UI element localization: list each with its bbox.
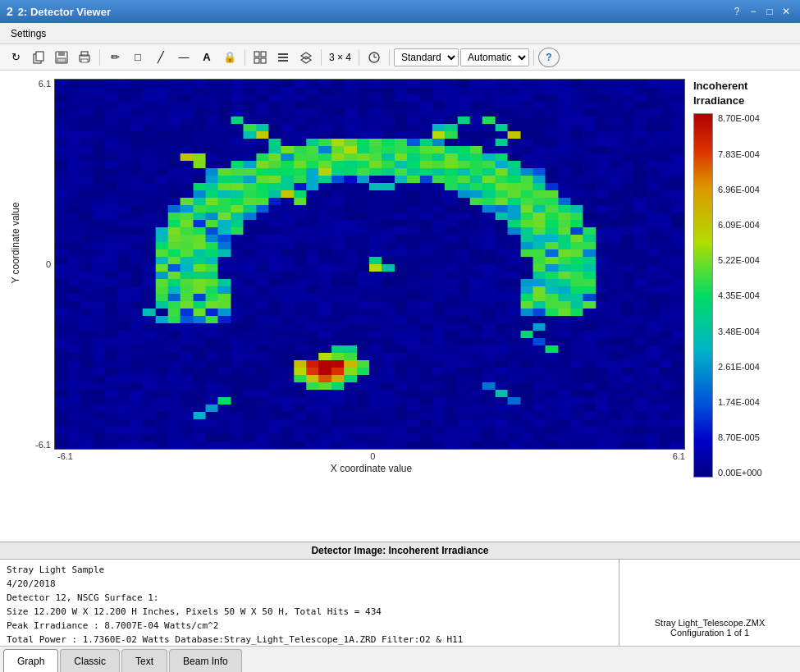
info-title: Detector Image: Incoherent Irradiance bbox=[0, 542, 800, 560]
svg-rect-11 bbox=[261, 58, 266, 63]
cb-label-1: 7.83E-004 bbox=[718, 149, 762, 159]
sep3 bbox=[321, 49, 322, 66]
chart-container: 6.1 0 -6.1 -6.1 0 6.1 bbox=[23, 79, 685, 478]
cb-label-9: 8.70E-005 bbox=[718, 432, 762, 442]
colorbar-and-labels: 8.70E-004 7.83E-004 6.96E-004 6.09E-004 … bbox=[693, 113, 762, 478]
text-tool-button[interactable]: A bbox=[196, 48, 217, 67]
cb-label-3: 6.09E-004 bbox=[718, 220, 762, 230]
svg-rect-7 bbox=[81, 59, 88, 62]
minimize-button[interactable]: − bbox=[746, 4, 761, 19]
sep2 bbox=[245, 49, 245, 66]
y-ticks-and-plot: 6.1 0 -6.1 bbox=[23, 79, 685, 450]
cb-label-4: 5.22E-004 bbox=[718, 255, 762, 265]
plot-area: Y coordinate value 6.1 0 -6.1 bbox=[0, 71, 800, 542]
layers-button[interactable] bbox=[272, 48, 294, 67]
bottom-tabs: Graph Classic Text Beam Info bbox=[0, 646, 800, 672]
window-title: 2: Detector Viewer bbox=[18, 6, 729, 18]
chart-wrapper: Y coordinate value 6.1 0 -6.1 bbox=[8, 79, 792, 542]
print-button[interactable] bbox=[74, 48, 95, 67]
cb-label-6: 3.48E-004 bbox=[718, 327, 762, 336]
clock-button[interactable] bbox=[363, 48, 385, 67]
cb-label-7: 2.61E-004 bbox=[718, 362, 762, 372]
toolbar: ↻ ✏ □ ╱ — A 🔒 3 × 4 Standard Automatic ? bbox=[0, 44, 800, 71]
svg-rect-8 bbox=[254, 52, 259, 57]
cb-label-0: 8.70E-004 bbox=[718, 113, 762, 123]
standard-dropdown[interactable]: Standard bbox=[394, 48, 459, 66]
copy-button[interactable] bbox=[28, 48, 49, 67]
help-toolbar-button[interactable]: ? bbox=[538, 48, 560, 67]
sep5 bbox=[389, 49, 390, 66]
y-axis-label: Y coordinate value bbox=[10, 202, 21, 283]
heatmap bbox=[55, 80, 684, 449]
close-button[interactable]: ✕ bbox=[779, 4, 793, 19]
cb-label-8: 1.74E-004 bbox=[718, 397, 762, 407]
app-icon: 2 bbox=[7, 5, 13, 18]
svg-rect-1 bbox=[36, 52, 43, 61]
svg-marker-15 bbox=[301, 53, 311, 59]
info-right: Stray Light_Telescope.ZMX Configuration … bbox=[619, 560, 800, 646]
info-line-4: Peak Irradiance : 8.7007E-04 Watts/cm^2 bbox=[7, 619, 612, 633]
rect-button[interactable]: □ bbox=[127, 48, 149, 67]
info-right-line1: Stray Light_Telescope.ZMX bbox=[655, 618, 766, 628]
info-panel: Detector Image: Incoherent Irradiance St… bbox=[0, 542, 800, 646]
svg-rect-3 bbox=[58, 52, 65, 56]
x-tick-mid: 0 bbox=[370, 451, 375, 461]
x-axis-label: X coordinate value bbox=[57, 461, 685, 478]
y-tick-mid: 0 bbox=[46, 259, 51, 269]
svg-rect-10 bbox=[254, 58, 259, 63]
svg-rect-4 bbox=[57, 58, 66, 62]
grid-size-label: 3 × 4 bbox=[326, 52, 354, 63]
x-tick-left: -6.1 bbox=[57, 451, 73, 461]
svg-rect-12 bbox=[278, 53, 288, 55]
y-ticks: 6.1 0 -6.1 bbox=[23, 79, 54, 450]
svg-marker-16 bbox=[301, 57, 311, 63]
pencil-button[interactable]: ✏ bbox=[104, 48, 126, 67]
menubar: Settings bbox=[0, 23, 800, 44]
maximize-button[interactable]: □ bbox=[762, 4, 777, 19]
y-tick-top: 6.1 bbox=[39, 79, 51, 89]
grid-button[interactable] bbox=[249, 48, 271, 67]
stack-button[interactable] bbox=[295, 48, 317, 67]
tab-classic[interactable]: Classic bbox=[60, 649, 120, 672]
info-line-1: 4/20/2018 bbox=[7, 577, 612, 591]
line-button[interactable]: ╱ bbox=[150, 48, 171, 67]
colorbar-title: Incoherent Irradiance bbox=[693, 79, 747, 108]
y-tick-bot: -6.1 bbox=[35, 440, 51, 450]
info-right-line2: Configuration 1 of 1 bbox=[670, 628, 749, 638]
automatic-dropdown[interactable]: Automatic bbox=[460, 48, 529, 66]
colorbar-area: Incoherent Irradiance 8.70E-004 7.83E-00… bbox=[693, 79, 792, 478]
colorbar-canvas bbox=[693, 113, 713, 478]
x-ticks-row: -6.1 0 6.1 bbox=[57, 450, 685, 461]
refresh-button[interactable]: ↻ bbox=[5, 48, 26, 67]
chart-and-colorbar: 6.1 0 -6.1 -6.1 0 6.1 bbox=[23, 79, 792, 478]
svg-rect-14 bbox=[278, 60, 288, 62]
help-button[interactable]: ? bbox=[729, 4, 744, 19]
info-line-5: Total Power : 1.7360E-02 Watts Database:… bbox=[7, 633, 612, 647]
cb-label-5: 4.35E-004 bbox=[718, 290, 762, 300]
info-line-2: Detector 12, NSCG Surface 1: bbox=[7, 591, 612, 605]
x-tick-right: 6.1 bbox=[673, 451, 685, 461]
info-line-0: Stray Light Sample bbox=[7, 563, 612, 577]
sep1 bbox=[99, 49, 100, 66]
cb-label-10: 0.00E+000 bbox=[718, 468, 762, 478]
info-body: Stray Light Sample 4/20/2018 Detector 12… bbox=[0, 560, 800, 646]
titlebar: 2 2: Detector Viewer ? − □ ✕ bbox=[0, 0, 800, 23]
heatmap-canvas bbox=[54, 79, 685, 450]
svg-rect-9 bbox=[261, 52, 266, 57]
tab-text[interactable]: Text bbox=[121, 649, 167, 672]
tab-graph[interactable]: Graph bbox=[3, 649, 58, 672]
svg-rect-13 bbox=[278, 57, 288, 58]
cb-label-2: 6.96E-004 bbox=[718, 185, 762, 194]
colorbar-labels: 8.70E-004 7.83E-004 6.96E-004 6.09E-004 … bbox=[718, 113, 762, 478]
info-text: Stray Light Sample 4/20/2018 Detector 12… bbox=[0, 560, 619, 646]
tab-beam-info[interactable]: Beam Info bbox=[169, 649, 242, 672]
info-line-3: Size 12.200 W X 12.200 H Inches, Pixels … bbox=[7, 605, 612, 619]
hline-button[interactable]: — bbox=[173, 48, 194, 67]
lock-button[interactable]: 🔒 bbox=[219, 48, 240, 67]
sep4 bbox=[359, 49, 359, 66]
sep6 bbox=[533, 49, 534, 66]
save-button[interactable] bbox=[51, 48, 72, 67]
settings-menu[interactable]: Settings bbox=[3, 25, 53, 42]
window-controls: ? − □ ✕ bbox=[729, 4, 793, 19]
main-content: Y coordinate value 6.1 0 -6.1 bbox=[0, 71, 800, 646]
